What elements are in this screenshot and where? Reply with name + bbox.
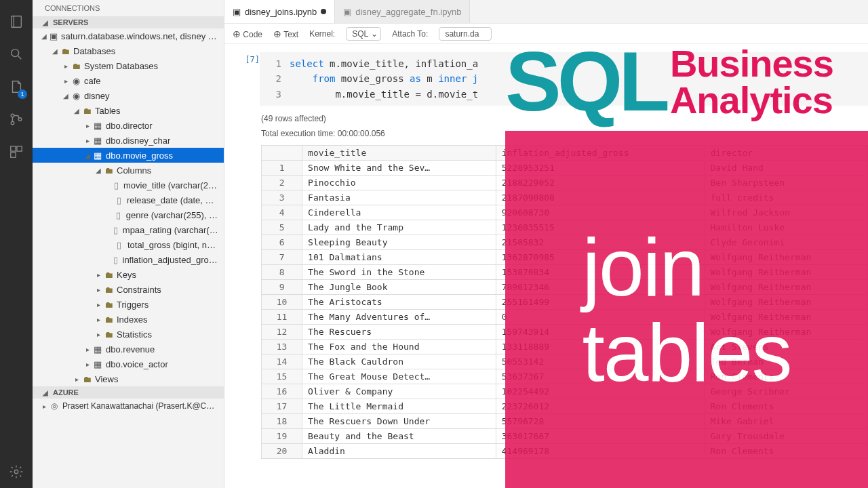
- add-code-button[interactable]: ⊕ Code: [233, 28, 262, 39]
- keys-folder[interactable]: ▸🖿Keys: [33, 267, 224, 282]
- extensions-icon[interactable]: [0, 136, 33, 168]
- col-total-gross[interactable]: ▯total_gross (bigint, null): [33, 237, 224, 252]
- table-movie-gross[interactable]: ◢▦dbo.movie_gross: [33, 148, 224, 163]
- svg-point-3: [11, 121, 14, 125]
- views-folder[interactable]: ▸🖿Views: [33, 371, 224, 386]
- constraints-folder[interactable]: ▸🖿Constraints: [33, 282, 224, 297]
- rownum-header: [262, 146, 302, 161]
- svg-rect-0: [12, 16, 22, 28]
- col-mpaa[interactable]: ▯mpaa_rating (varchar(255), null): [33, 222, 224, 237]
- search-icon[interactable]: [0, 38, 33, 70]
- explorer-icon[interactable]: [0, 5, 33, 38]
- col-header-title[interactable]: movie_title: [302, 146, 496, 161]
- columns-folder[interactable]: ◢🖿Columns: [33, 163, 224, 178]
- db-disney[interactable]: ◢◉disney: [33, 88, 224, 103]
- server-node[interactable]: ◢▣saturn.database.windows.net, disney (a…: [33, 28, 224, 43]
- kernel-label: Kernel:: [309, 29, 335, 39]
- tables-folder[interactable]: ◢🖿Tables: [33, 103, 224, 118]
- attach-select[interactable]: saturn.da: [439, 27, 492, 41]
- databases-folder[interactable]: ◢🖿Databases: [33, 43, 224, 58]
- table-revenue[interactable]: ▸▦dbo.revenue: [33, 342, 224, 357]
- notebook-icon: ▣: [343, 7, 351, 17]
- banner-top: SQL BusinessAnalytics: [505, 33, 868, 131]
- connections-sidebar: CONNECTIONS ◢SERVERS ◢▣saturn.database.w…: [33, 0, 224, 488]
- tab-disney-joins[interactable]: ▣ disney_joins.ipynb: [224, 0, 335, 23]
- col-genre[interactable]: ▯genre (varchar(255), null): [33, 207, 224, 222]
- table-director[interactable]: ▸▦dbo.director: [33, 118, 224, 133]
- svg-rect-6: [17, 146, 22, 151]
- add-text-button[interactable]: ⊕ Text: [273, 28, 298, 39]
- svg-point-4: [18, 118, 22, 121]
- col-movie-title[interactable]: ▯movie_title (varchar(255), null): [33, 178, 224, 192]
- azure-account[interactable]: ▸◎Prasert Kanawattanachai (Prasert.K@C…: [33, 399, 224, 413]
- banner-sql: SQL: [505, 44, 666, 120]
- dirty-dot-icon: [321, 9, 326, 14]
- azure-section[interactable]: ◢AZURE: [33, 386, 224, 399]
- svg-point-8: [14, 470, 18, 474]
- activity-bar: 1: [0, 0, 33, 488]
- banner-join-tables: jointables: [505, 131, 868, 488]
- servers-section[interactable]: ◢SERVERS: [33, 16, 224, 28]
- banner-business-analytics: BusinessAnalytics: [670, 45, 833, 117]
- col-inflation[interactable]: ▯inflation_adjusted_gross (bigin…: [33, 252, 224, 267]
- kernel-select[interactable]: SQL ⌄: [346, 27, 381, 41]
- tab-disney-aggregate[interactable]: ▣ disney_aggregate_fn.ipynb: [335, 0, 470, 23]
- svg-point-2: [11, 114, 14, 117]
- badge: 1: [18, 89, 27, 99]
- sidebar-title: CONNECTIONS: [33, 0, 224, 16]
- table-disney-char[interactable]: ▸▦dbo.disney_char: [33, 133, 224, 148]
- svg-rect-7: [11, 152, 16, 157]
- editor-tabs: ▣ disney_joins.ipynb ▣ disney_aggregate_…: [224, 0, 868, 24]
- cell-prompt: [7]: [233, 52, 260, 106]
- table-voice-actor[interactable]: ▸▦dbo.voice_actor: [33, 357, 224, 371]
- db-cafe[interactable]: ▸◉cafe: [33, 73, 224, 88]
- col-release-date[interactable]: ▯release_date (date, null): [33, 192, 224, 207]
- settings-icon[interactable]: [0, 455, 33, 488]
- indexes-folder[interactable]: ▸🖿Indexes: [33, 312, 224, 327]
- triggers-folder[interactable]: ▸🖿Triggers: [33, 297, 224, 312]
- sysdb-folder[interactable]: ▸🖿System Databases: [33, 58, 224, 73]
- statistics-folder[interactable]: ▸🖿Statistics: [33, 327, 224, 342]
- svg-rect-5: [11, 146, 16, 151]
- svg-point-1: [12, 49, 19, 57]
- source-control-icon[interactable]: [0, 103, 33, 136]
- attach-label: Attach To:: [392, 29, 428, 39]
- notebook-icon: ▣: [233, 7, 241, 17]
- notebook-icon[interactable]: 1: [0, 70, 33, 103]
